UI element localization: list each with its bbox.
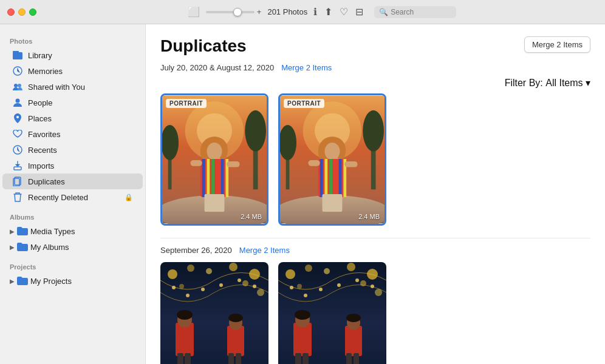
folder-icon-media [17,226,28,237]
sidebar-section-albums: Albums [0,210,145,223]
sidebar-section-projects: Projects [0,260,145,273]
places-icon [12,113,23,124]
sidebar-item-my-albums[interactable]: ▶ My Albums [2,239,143,255]
folder-icon-projects [17,275,28,286]
memories-icon [12,66,23,76]
svg-rect-25 [202,159,205,197]
sidebar-item-media-types[interactable]: ▶ Media Types [2,223,143,239]
sidebar-item-label-favorites: Favorites [28,130,60,139]
photo-card-4[interactable]: 1.3 MB [278,262,386,364]
shared-icon [12,81,23,92]
svg-point-4 [18,84,21,87]
filter-by-text: Filter By: [505,78,543,88]
svg-rect-54 [323,194,343,212]
sidebar-item-recently-deleted[interactable]: Recently Deleted 🔒 [2,189,143,205]
title-bar-center: ⬜ + 201 Photos ℹ ⬆ ♡ ⊟ 🔍 [46,6,598,18]
svg-rect-32 [190,160,202,166]
photo-count: 201 Photos [267,7,307,16]
svg-rect-33 [227,161,239,167]
svg-point-87 [347,263,355,271]
close-button[interactable] [7,8,15,16]
heart-icon[interactable]: ♡ [340,6,348,18]
title-bar: ⬜ + 201 Photos ℹ ⬆ ♡ ⊟ 🔍 [0,0,605,24]
search-icon: 🔍 [379,8,388,16]
portrait-badge-1: PORTRAIT [166,99,207,108]
chevron-right-icon-albums: ▶ [10,244,15,251]
svg-rect-26 [207,159,210,197]
maximize-button[interactable] [29,8,36,16]
zoom-plus-icon: + [257,7,262,16]
duplicate-icon[interactable]: ⊟ [355,6,363,18]
zoom-slider-container[interactable]: + [206,7,262,16]
svg-point-66 [172,286,176,289]
svg-point-92 [290,286,293,289]
photo-grid-group1: PORTRAIT 2.4 MB [146,93,605,235]
photo-card-3[interactable]: 1.3 MB [160,262,268,364]
sidebar-item-label-media-types: Media Types [30,227,75,236]
filter-all-items: All Items [545,78,583,88]
photo-image-4 [278,262,386,364]
svg-rect-108 [354,353,359,364]
svg-rect-76 [185,353,191,364]
sidebar-item-label-recently-deleted: Recently Deleted [28,193,88,202]
sidebar-item-label-places: Places [28,114,52,123]
info-icon[interactable]: ℹ [313,6,317,18]
chevron-right-icon-projects: ▶ [10,278,15,285]
search-bar[interactable]: 🔍 [374,6,456,18]
svg-point-61 [229,263,238,271]
lock-icon: 🔒 [125,194,133,201]
sidebar-item-imports[interactable]: Imports [2,158,143,174]
sidebar-item-label-recents: Recents [28,146,57,155]
photo-card-2[interactable]: PORTRAIT 2.4 MB [278,93,386,226]
svg-rect-29 [221,159,224,197]
svg-point-23 [207,143,222,160]
zoom-slider-thumb[interactable] [233,8,242,16]
search-input[interactable] [391,8,451,16]
portrait-badge-2: PORTRAIT [284,99,324,108]
svg-point-64 [179,284,184,289]
svg-point-5 [16,99,20,103]
svg-point-60 [206,268,212,274]
svg-point-70 [238,278,241,282]
merge-all-button[interactable]: Merge 2 Items [524,36,590,53]
photo-size-2: 2.4 MB [358,213,380,220]
sidebar-item-duplicates[interactable]: Duplicates [2,174,143,189]
svg-rect-98 [293,323,312,356]
sidebar-item-label-memories: Memories [28,67,63,76]
sidebar-item-favorites[interactable]: Favorites [2,126,143,142]
minimize-button[interactable] [18,8,26,16]
svg-point-95 [337,283,341,287]
content-header: Duplicates Merge 2 Items [146,24,605,61]
sidebar-item-shared-with-you[interactable]: Shared with You [2,79,143,95]
zoom-slider[interactable] [206,11,255,13]
title-bar-actions: ℹ ⬆ ♡ ⊟ [313,6,363,18]
library-icon [12,50,23,61]
recents-icon [12,144,23,155]
sidebar-item-label-duplicates: Duplicates [28,177,65,186]
svg-point-84 [285,269,295,279]
sidebar-item-recents[interactable]: Recents [2,142,143,158]
svg-point-94 [319,288,323,291]
sidebar: Photos Library Memories Shared with You … [0,24,146,364]
sidebar-item-my-projects[interactable]: ▶ My Projects [2,273,143,289]
svg-point-59 [187,265,194,272]
svg-point-96 [355,278,359,282]
photo-image-2 [280,95,385,224]
photo-card-1[interactable]: PORTRAIT 2.4 MB [160,93,268,226]
section-divider [160,238,590,238]
svg-rect-75 [177,353,183,364]
merge-link-group2[interactable]: Merge 2 Items [239,246,290,255]
sidebar-item-places[interactable]: Places [2,110,143,126]
sidebar-item-library[interactable]: Library [2,47,143,63]
svg-rect-0 [13,52,22,59]
svg-rect-8 [14,167,21,170]
sidebar-item-label-library: Library [28,51,52,60]
svg-rect-49 [324,159,327,197]
svg-point-69 [219,283,223,287]
merge-link-group1[interactable]: Merge 2 Items [281,63,332,72]
sidebar-item-memories[interactable]: Memories [2,63,143,79]
sidebar-item-people[interactable]: People [2,95,143,110]
filter-by-label[interactable]: Filter By: All Items ▾ [505,77,590,89]
share-icon[interactable]: ⬆ [324,6,332,18]
people-icon [12,97,23,108]
